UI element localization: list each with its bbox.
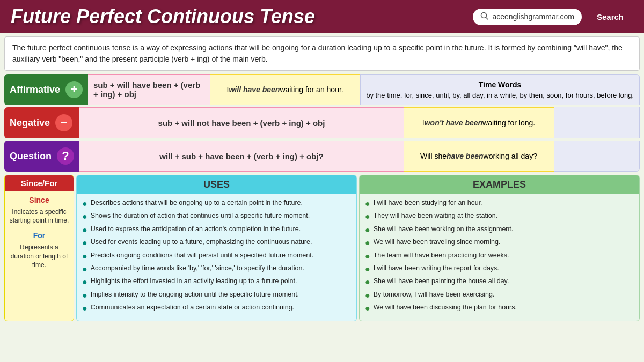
bullet-icon: ● (82, 224, 87, 236)
for-label: For (9, 231, 69, 241)
since-label: Since (9, 195, 69, 206)
question-formula: will + sub + have been + (verb + ing) + … (79, 141, 404, 172)
question-label-cell: Question ? (4, 141, 79, 172)
time-words-cell: Time Words by the time, for, since, unti… (360, 74, 640, 105)
bullet-icon: ● (82, 237, 87, 249)
question-example: Will she have been working all day? (404, 141, 554, 172)
question-label-text: Question (10, 151, 52, 162)
bullet-icon: ● (365, 302, 370, 314)
question-icon: ? (57, 147, 74, 165)
since-text: Indicates a specific starting point in t… (9, 208, 69, 226)
list-item: ●They will have been waiting at the stat… (365, 211, 634, 223)
since-for-body: Since Indicates a specific starting poin… (5, 191, 74, 274)
affirmative-example: I will have been waiting for an hour. (210, 74, 360, 105)
bullet-icon: ● (365, 290, 370, 301)
negative-example: I won't have been waiting for long. (404, 107, 554, 138)
header-right: aceenglishgrammar.com Search (473, 8, 633, 26)
url-text: aceenglishgrammar.com (492, 12, 574, 21)
bottom-section: Since/For Since Indicates a specific sta… (4, 175, 640, 321)
negative-formula: sub + will not have been + (verb + ing) … (79, 107, 404, 138)
bullet-icon: ● (82, 276, 87, 288)
since-for-column: Since/For Since Indicates a specific sta… (4, 175, 74, 321)
list-item: ●The team will have been practicing for … (365, 251, 634, 262)
time-words-cell-spacer (554, 107, 640, 138)
question-row: Question ? will + sub + have been + (ver… (4, 141, 640, 172)
list-item: ●We will have been traveling since morni… (365, 238, 634, 249)
list-item: ●By tomorrow, I will have been exercisin… (365, 290, 634, 301)
bullet-icon: ● (82, 302, 87, 314)
search-icon (480, 12, 489, 22)
plus-icon: + (65, 81, 83, 98)
affirmative-formula: sub + will have been + (verb + ing) + ob… (88, 74, 210, 105)
list-item: ●We will have been discussing the plan f… (365, 303, 634, 314)
list-item: ●Implies intensity to the ongoing action… (82, 290, 351, 301)
bullet-icon: ● (82, 290, 87, 301)
bullet-icon: ● (82, 211, 87, 223)
negative-label-text: Negative (10, 117, 50, 129)
uses-header: USES (77, 175, 356, 194)
bullet-icon: ● (365, 211, 370, 223)
list-item: ●I will have been writing the report for… (365, 264, 634, 275)
affirmative-label-text: Affirmative (10, 84, 60, 95)
bullet-icon: ● (365, 237, 370, 249)
time-words-content: by the time, for, since, until, by, all … (366, 91, 634, 99)
for-text: Represents a duration or length of time. (9, 243, 69, 270)
list-item: ●She will have been working on the assig… (365, 225, 634, 236)
svg-line-1 (486, 17, 488, 19)
examples-body: ●I will have been studying for an hour.●… (360, 194, 639, 321)
list-item: ●Predicts ongoing conditions that will p… (82, 251, 351, 262)
time-words-cell-bottom (554, 141, 640, 172)
negative-row: Negative − sub + will not have been + (v… (4, 107, 640, 138)
affirmative-row: Affirmative + sub + will have been + (ve… (4, 74, 640, 105)
bullet-icon: ● (82, 198, 87, 210)
bullet-icon: ● (365, 263, 370, 275)
bullet-icon: ● (365, 250, 370, 262)
formula-section: Affirmative + sub + will have been + (ve… (4, 74, 640, 172)
list-item: ●She will have been painting the house a… (365, 277, 634, 288)
list-item: ●Accompanied by time words like 'by,' 'f… (82, 264, 351, 275)
list-item: ●Describes actions that will be ongoing … (82, 198, 351, 210)
list-item: ●Highlights the effort invested in an ac… (82, 277, 351, 288)
search-button[interactable]: Search (587, 8, 633, 26)
time-words-title: Time Words (366, 80, 634, 89)
affirmative-label-cell: Affirmative + (4, 74, 88, 105)
description-box: The future perfect continuous tense is a… (4, 36, 640, 71)
uses-body: ●Describes actions that will be ongoing … (77, 194, 356, 321)
since-for-header: Since/For (5, 175, 74, 191)
examples-header: EXAMPLES (360, 175, 639, 194)
bullet-icon: ● (365, 198, 370, 210)
list-item: ●Used to express the anticipation of an … (82, 225, 351, 236)
list-item: ●Shows the duration of action that conti… (82, 211, 351, 223)
list-item: ●I will have been studying for an hour. (365, 198, 634, 210)
list-item: ●Communicates an expectation of a certai… (82, 303, 351, 314)
page-title: Future Perfect Continuous Tense (11, 5, 315, 28)
list-item: ●Used for events leading up to a future,… (82, 238, 351, 249)
header: Future Perfect Continuous Tense aceengli… (0, 0, 644, 33)
url-display: aceenglishgrammar.com (473, 9, 582, 25)
svg-point-0 (481, 12, 487, 18)
bullet-icon: ● (365, 224, 370, 236)
minus-icon: − (55, 114, 72, 131)
negative-label-cell: Negative − (4, 107, 79, 138)
uses-column: USES ●Describes actions that will be ong… (76, 175, 357, 321)
bullet-icon: ● (82, 250, 87, 262)
bullet-icon: ● (365, 276, 370, 288)
examples-column: EXAMPLES ●I will have been studying for … (359, 175, 640, 321)
description-text: The future perfect continuous tense is a… (12, 43, 623, 63)
bullet-icon: ● (82, 263, 87, 275)
